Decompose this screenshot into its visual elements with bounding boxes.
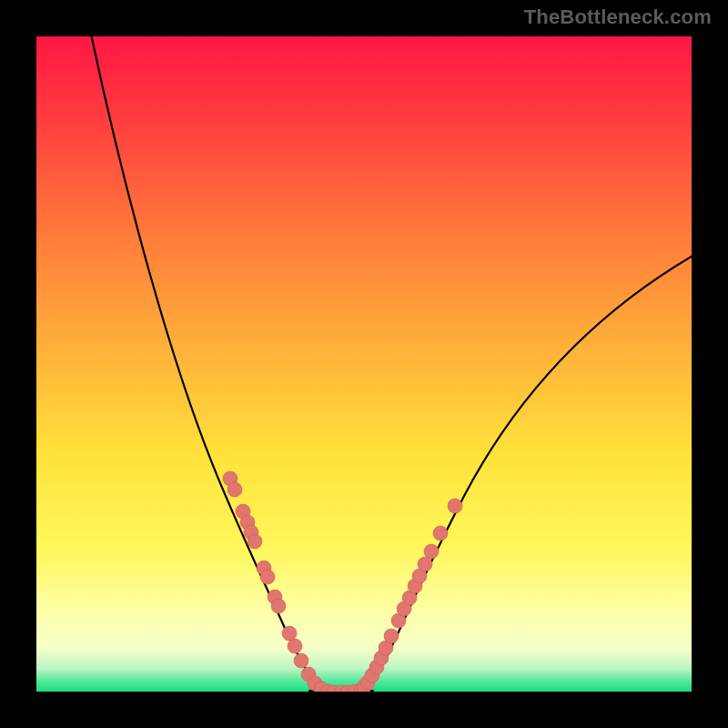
data-marker — [448, 499, 462, 513]
data-marker — [294, 653, 308, 668]
data-marker — [433, 526, 448, 541]
data-marker — [282, 626, 297, 641]
series-group — [89, 36, 692, 692]
chart-frame: TheBottleneck.com — [0, 0, 728, 728]
plot-area — [36, 36, 692, 692]
data-marker — [418, 557, 432, 571]
data-marker — [271, 599, 286, 613]
chart-svg — [36, 36, 692, 692]
watermark-text: TheBottleneck.com — [524, 5, 712, 29]
data-marker — [260, 570, 275, 584]
data-marker — [228, 482, 242, 497]
data-marker — [248, 534, 262, 549]
series-right-curve — [362, 251, 692, 692]
marker-group — [223, 471, 462, 692]
data-marker — [384, 629, 399, 643]
data-marker — [424, 544, 439, 559]
data-marker — [288, 639, 302, 653]
series-left-curve — [89, 36, 337, 692]
